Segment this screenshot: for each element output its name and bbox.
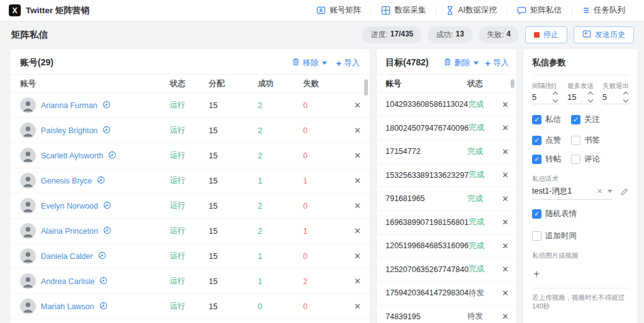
spin-down-icon[interactable] [623, 97, 628, 102]
stop-button[interactable]: 停止 [525, 26, 567, 43]
browser-icon[interactable] [99, 302, 108, 312]
browser-icon[interactable] [103, 226, 111, 236]
close-icon[interactable]: ✕ [352, 124, 364, 136]
assigned-count: 15 [209, 151, 258, 160]
repost-checkbox[interactable]: ✓转帖 [532, 154, 561, 165]
spin-up-icon[interactable] [553, 92, 558, 97]
max-send-value: 15 [567, 92, 576, 102]
close-icon[interactable]: ✕ [499, 287, 511, 299]
assigned-count: 15 [209, 302, 258, 311]
random-emoji-checkbox[interactable]: ✓随机表情 [532, 209, 577, 219]
video-hint-text: 若上传视频，视频时长不得超过140秒 [532, 293, 629, 311]
max-send-input[interactable]: 15 [567, 92, 594, 104]
target-id: 791681965 [386, 194, 467, 203]
col-assigned: 分配 [209, 79, 258, 89]
close-icon[interactable]: ✕ [499, 193, 511, 205]
targets-delete-button[interactable]: 删除 [443, 58, 479, 68]
account-name-link[interactable]: Paisley Brighton [41, 126, 97, 135]
media-upload-area[interactable]: + [532, 261, 629, 288]
plus-icon: + [336, 58, 341, 68]
close-icon[interactable]: ✕ [499, 216, 511, 228]
max-send-label: 最多发送 [567, 82, 594, 90]
col-status: 状态 [170, 79, 209, 89]
dm-checkbox[interactable]: ✓私信 [532, 114, 561, 125]
account-name-link[interactable]: Scarlett Aylsworth [41, 151, 103, 160]
accounts-import-button[interactable]: + 导入 [336, 58, 360, 68]
close-icon[interactable]: ✕ [352, 150, 364, 162]
nav-item-account-matrix[interactable]: 账号矩阵 [306, 0, 371, 21]
avatar [20, 223, 36, 239]
clear-icon[interactable]: ✕ [597, 187, 602, 195]
account-name-link[interactable]: Daniela Calder [41, 252, 93, 261]
account-name-link[interactable]: Alaina Princeton [41, 227, 98, 236]
queue-icon [582, 6, 590, 14]
browser-icon[interactable] [108, 151, 116, 161]
comment-checkbox[interactable]: 评论 [571, 154, 600, 165]
account-name-link[interactable]: Genesis Bryce [41, 177, 92, 185]
close-icon[interactable]: ✕ [352, 250, 364, 262]
nav-item-task-queue[interactable]: 任务队列 [572, 0, 635, 21]
close-icon[interactable]: ✕ [352, 225, 364, 237]
account-name-link[interactable]: Arianna Furman [41, 101, 97, 110]
accounts-remove-button[interactable]: 移除 [292, 58, 327, 68]
checkbox-label: 评论 [584, 154, 600, 165]
browser-icon[interactable] [103, 201, 111, 211]
browser-icon[interactable] [98, 251, 106, 261]
assigned-count: 15 [209, 252, 258, 261]
browser-icon[interactable] [99, 276, 108, 287]
append-time-checkbox[interactable]: 追加时间 [532, 231, 577, 241]
close-icon[interactable]: ✕ [499, 310, 511, 322]
nav-item-ai-mining[interactable]: AI数据深挖 [436, 0, 507, 21]
browser-icon[interactable] [97, 176, 105, 186]
account-name-link[interactable]: Mariah Lawson [41, 302, 94, 311]
spin-down-icon[interactable] [553, 97, 558, 102]
target-row: 1252070635267747840 完成 ✕ [377, 258, 516, 282]
accounts-scrollbar[interactable] [364, 79, 368, 96]
spin-up-icon[interactable] [623, 92, 628, 97]
interval-label: 间隔(秒) [532, 82, 558, 90]
status-badge: 运行 [170, 175, 209, 186]
browser-icon[interactable] [103, 101, 111, 111]
spin-down-icon[interactable] [588, 97, 593, 102]
fail-count: 0 [303, 302, 341, 311]
fail-count: 2 [303, 277, 341, 286]
close-icon[interactable]: ✕ [352, 175, 364, 187]
targets-scrollbar[interactable] [511, 79, 514, 88]
status-badge: 完成 [469, 170, 497, 180]
success-count: 2 [258, 151, 303, 160]
dm-script-select[interactable]: test1-消息1 ✕ [532, 186, 613, 200]
follow-checkbox[interactable]: ✓关注 [571, 114, 600, 125]
table-row: Scarlett Aylsworth 运行 15 2 0 ✕ [10, 143, 370, 168]
status-badge: 运行 [170, 251, 209, 261]
like-checkbox[interactable]: ✓点赞 [532, 135, 561, 146]
bookmark-checkbox[interactable]: 书签 [571, 135, 600, 146]
targets-import-button[interactable]: + 导入 [485, 58, 509, 68]
spin-up-icon[interactable] [588, 92, 593, 97]
close-icon[interactable]: ✕ [499, 263, 511, 275]
fail-exit-input[interactable]: 5 [602, 92, 629, 104]
status-badge: 运行 [170, 150, 209, 161]
history-label: 发送历史 [595, 30, 625, 40]
close-icon[interactable]: ✕ [352, 275, 364, 287]
browser-icon[interactable] [103, 126, 111, 136]
close-icon[interactable]: ✕ [499, 122, 511, 134]
nav-item-matrix-dm[interactable]: 矩阵私信 [507, 0, 572, 21]
close-icon[interactable]: ✕ [352, 200, 364, 212]
table-row: Alaina Princeton 运行 15 2 1 ✕ [10, 219, 370, 244]
nav-label: AI数据深挖 [458, 5, 497, 16]
close-icon[interactable]: ✕ [499, 99, 511, 111]
nav-item-data-collect[interactable]: 数据采集 [371, 0, 436, 21]
edit-pencil-icon[interactable] [620, 187, 629, 199]
account-name-link[interactable]: Evelyn Norwood [41, 202, 98, 211]
stop-label: 停止 [543, 30, 558, 40]
close-icon[interactable]: ✕ [352, 99, 364, 111]
interval-input[interactable]: 5 [532, 92, 558, 104]
close-icon[interactable]: ✕ [499, 240, 511, 252]
account-name-link[interactable]: Andrea Carlisle [41, 277, 94, 286]
close-icon[interactable]: ✕ [352, 300, 364, 312]
add-media-icon[interactable]: + [533, 268, 540, 280]
close-icon[interactable]: ✕ [499, 169, 511, 181]
close-icon[interactable]: ✕ [499, 146, 511, 158]
send-history-button[interactable]: 发送历史 [574, 26, 634, 43]
target-row: 1532563389133623297 完成 ✕ [377, 164, 516, 188]
